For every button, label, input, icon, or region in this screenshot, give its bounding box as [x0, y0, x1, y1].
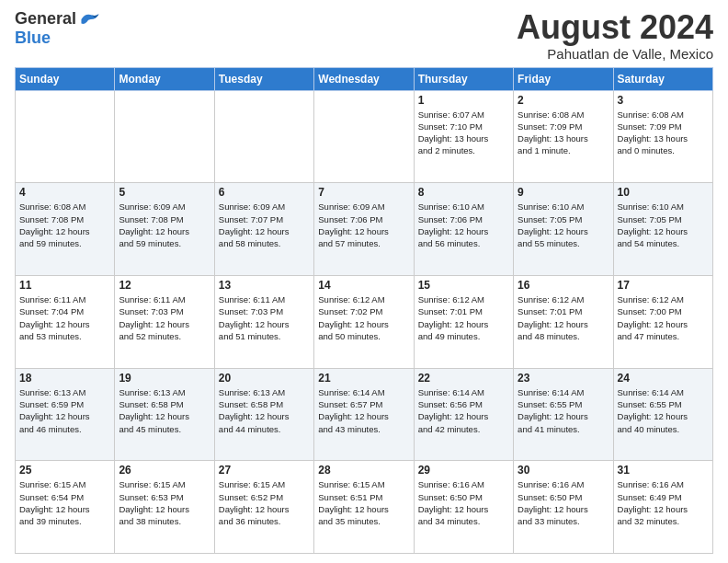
header-sunday: Sunday: [16, 67, 115, 90]
day-number: 21: [318, 372, 409, 385]
calendar-cell: 26Sunrise: 6:15 AM Sunset: 6:53 PM Dayli…: [115, 461, 214, 554]
calendar-cell: 23Sunrise: 6:14 AM Sunset: 6:55 PM Dayli…: [514, 368, 613, 461]
day-info: Sunrise: 6:09 AM Sunset: 7:08 PM Dayligh…: [119, 201, 210, 249]
day-number: 9: [518, 186, 609, 199]
day-info: Sunrise: 6:10 AM Sunset: 7:05 PM Dayligh…: [518, 201, 609, 249]
day-info: Sunrise: 6:13 AM Sunset: 6:58 PM Dayligh…: [219, 386, 310, 435]
calendar-cell: 15Sunrise: 6:12 AM Sunset: 7:01 PM Dayli…: [414, 275, 513, 368]
day-info: Sunrise: 6:11 AM Sunset: 7:04 PM Dayligh…: [19, 293, 110, 342]
day-number: 13: [219, 279, 310, 292]
day-number: 16: [518, 279, 609, 292]
logo-bird-icon: [80, 11, 100, 28]
day-number: 5: [119, 186, 210, 199]
day-info: Sunrise: 6:16 AM Sunset: 6:49 PM Dayligh…: [618, 478, 709, 527]
calendar-table: Sunday Monday Tuesday Wednesday Thursday…: [15, 67, 713, 554]
day-number: 15: [418, 279, 509, 292]
day-info: Sunrise: 6:09 AM Sunset: 7:07 PM Dayligh…: [219, 201, 310, 249]
header-saturday: Saturday: [613, 67, 712, 90]
calendar-cell: [314, 90, 414, 183]
calendar-cell: [16, 90, 115, 183]
calendar-cell: 29Sunrise: 6:16 AM Sunset: 6:50 PM Dayli…: [414, 461, 513, 554]
day-number: 11: [19, 279, 110, 292]
subtitle: Pahuatlan de Valle, Mexico: [517, 46, 713, 62]
day-info: Sunrise: 6:13 AM Sunset: 6:59 PM Dayligh…: [19, 386, 110, 435]
header-monday: Monday: [115, 67, 214, 90]
day-number: 6: [219, 186, 310, 199]
day-number: 28: [318, 464, 409, 477]
day-number: 14: [318, 279, 409, 292]
day-number: 1: [418, 94, 509, 107]
day-number: 31: [618, 464, 709, 477]
header: General Blue August 2024 Pahuatlan de Va…: [15, 9, 713, 62]
header-friday: Friday: [514, 67, 613, 90]
calendar-cell: 7Sunrise: 6:09 AM Sunset: 7:06 PM Daylig…: [314, 183, 414, 276]
day-number: 17: [618, 279, 709, 292]
calendar-cell: 11Sunrise: 6:11 AM Sunset: 7:04 PM Dayli…: [16, 275, 115, 368]
calendar-cell: 28Sunrise: 6:15 AM Sunset: 6:51 PM Dayli…: [314, 461, 414, 554]
day-info: Sunrise: 6:13 AM Sunset: 6:58 PM Dayligh…: [119, 386, 210, 435]
title-block: August 2024 Pahuatlan de Valle, Mexico: [517, 9, 713, 62]
calendar-cell: 2Sunrise: 6:08 AM Sunset: 7:09 PM Daylig…: [514, 90, 613, 183]
calendar-cell: 25Sunrise: 6:15 AM Sunset: 6:54 PM Dayli…: [16, 461, 115, 554]
day-info: Sunrise: 6:14 AM Sunset: 6:55 PM Dayligh…: [618, 386, 709, 435]
day-info: Sunrise: 6:14 AM Sunset: 6:55 PM Dayligh…: [518, 386, 609, 435]
calendar-cell: 17Sunrise: 6:12 AM Sunset: 7:00 PM Dayli…: [613, 275, 712, 368]
day-number: 20: [219, 372, 310, 385]
day-number: 25: [19, 464, 110, 477]
week-row-3: 11Sunrise: 6:11 AM Sunset: 7:04 PM Dayli…: [16, 275, 713, 368]
day-number: 30: [518, 464, 609, 477]
logo-general-text: General: [15, 9, 76, 29]
calendar-cell: 19Sunrise: 6:13 AM Sunset: 6:58 PM Dayli…: [115, 368, 214, 461]
calendar-cell: 8Sunrise: 6:10 AM Sunset: 7:06 PM Daylig…: [414, 183, 513, 276]
day-number: 10: [618, 186, 709, 199]
day-info: Sunrise: 6:15 AM Sunset: 6:54 PM Dayligh…: [19, 478, 110, 527]
day-info: Sunrise: 6:16 AM Sunset: 6:50 PM Dayligh…: [418, 478, 509, 527]
day-number: 24: [618, 372, 709, 385]
calendar-cell: 31Sunrise: 6:16 AM Sunset: 6:49 PM Dayli…: [613, 461, 712, 554]
week-row-2: 4Sunrise: 6:08 AM Sunset: 7:08 PM Daylig…: [16, 183, 713, 276]
day-info: Sunrise: 6:15 AM Sunset: 6:52 PM Dayligh…: [219, 478, 310, 527]
logo: General Blue: [15, 9, 100, 48]
header-thursday: Thursday: [414, 67, 513, 90]
day-number: 8: [418, 186, 509, 199]
day-number: 26: [119, 464, 210, 477]
day-info: Sunrise: 6:10 AM Sunset: 7:05 PM Dayligh…: [618, 201, 709, 249]
calendar-cell: [214, 90, 313, 183]
week-row-4: 18Sunrise: 6:13 AM Sunset: 6:59 PM Dayli…: [16, 368, 713, 461]
calendar-cell: 6Sunrise: 6:09 AM Sunset: 7:07 PM Daylig…: [214, 183, 313, 276]
calendar-cell: 5Sunrise: 6:09 AM Sunset: 7:08 PM Daylig…: [115, 183, 214, 276]
day-info: Sunrise: 6:14 AM Sunset: 6:57 PM Dayligh…: [318, 386, 409, 435]
day-number: 12: [119, 279, 210, 292]
header-wednesday: Wednesday: [314, 67, 414, 90]
day-info: Sunrise: 6:16 AM Sunset: 6:50 PM Dayligh…: [518, 478, 609, 527]
day-info: Sunrise: 6:08 AM Sunset: 7:09 PM Dayligh…: [618, 109, 709, 157]
calendar-cell: 4Sunrise: 6:08 AM Sunset: 7:08 PM Daylig…: [16, 183, 115, 276]
day-number: 7: [318, 186, 409, 199]
day-number: 4: [19, 186, 110, 199]
calendar-cell: 16Sunrise: 6:12 AM Sunset: 7:01 PM Dayli…: [514, 275, 613, 368]
calendar-cell: 24Sunrise: 6:14 AM Sunset: 6:55 PM Dayli…: [613, 368, 712, 461]
day-number: 2: [518, 94, 609, 107]
calendar-cell: 3Sunrise: 6:08 AM Sunset: 7:09 PM Daylig…: [613, 90, 712, 183]
day-info: Sunrise: 6:12 AM Sunset: 7:01 PM Dayligh…: [418, 293, 509, 342]
page: General Blue August 2024 Pahuatlan de Va…: [0, 0, 728, 563]
week-row-5: 25Sunrise: 6:15 AM Sunset: 6:54 PM Dayli…: [16, 461, 713, 554]
week-row-1: 1Sunrise: 6:07 AM Sunset: 7:10 PM Daylig…: [16, 90, 713, 183]
day-info: Sunrise: 6:12 AM Sunset: 7:02 PM Dayligh…: [318, 293, 409, 342]
calendar-cell: 22Sunrise: 6:14 AM Sunset: 6:56 PM Dayli…: [414, 368, 513, 461]
calendar-cell: 14Sunrise: 6:12 AM Sunset: 7:02 PM Dayli…: [314, 275, 414, 368]
calendar-cell: 12Sunrise: 6:11 AM Sunset: 7:03 PM Dayli…: [115, 275, 214, 368]
day-number: 23: [518, 372, 609, 385]
day-info: Sunrise: 6:10 AM Sunset: 7:06 PM Dayligh…: [418, 201, 509, 249]
day-number: 19: [119, 372, 210, 385]
calendar-cell: 20Sunrise: 6:13 AM Sunset: 6:58 PM Dayli…: [214, 368, 313, 461]
calendar-cell: 27Sunrise: 6:15 AM Sunset: 6:52 PM Dayli…: [214, 461, 313, 554]
day-info: Sunrise: 6:11 AM Sunset: 7:03 PM Dayligh…: [219, 293, 310, 342]
day-info: Sunrise: 6:08 AM Sunset: 7:09 PM Dayligh…: [518, 109, 609, 157]
calendar-cell: 10Sunrise: 6:10 AM Sunset: 7:05 PM Dayli…: [613, 183, 712, 276]
logo-blue-text: Blue: [15, 29, 51, 48]
calendar-cell: 18Sunrise: 6:13 AM Sunset: 6:59 PM Dayli…: [16, 368, 115, 461]
calendar-cell: 21Sunrise: 6:14 AM Sunset: 6:57 PM Dayli…: [314, 368, 414, 461]
day-info: Sunrise: 6:12 AM Sunset: 7:01 PM Dayligh…: [518, 293, 609, 342]
day-number: 29: [418, 464, 509, 477]
